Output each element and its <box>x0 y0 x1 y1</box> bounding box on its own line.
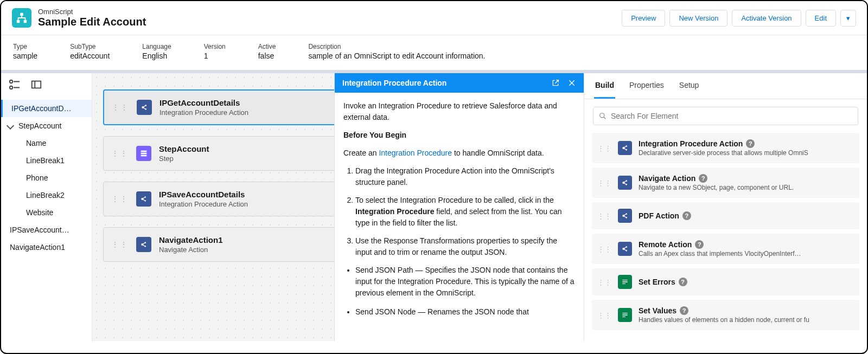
svg-point-42 <box>626 213 627 215</box>
tree-item[interactable]: IPGetAccountD… <box>1 100 92 117</box>
palette-item[interactable]: Navigate Action ? Navigate to a new SObj… <box>592 168 859 198</box>
drag-handle-icon[interactable] <box>111 149 129 158</box>
element-type-icon <box>618 209 632 223</box>
help-panel-title: Integration Procedure Action <box>342 79 544 87</box>
element-type-icon <box>618 176 632 190</box>
right-panel: Build Properties Setup Integration Proce… <box>584 73 867 341</box>
help-step: Drag the Integration Procedure Action in… <box>355 165 575 188</box>
tab-build[interactable]: Build <box>594 73 615 99</box>
drag-handle-icon[interactable] <box>597 278 611 286</box>
element-title: Set Values ? <box>639 306 853 315</box>
svg-line-13 <box>144 108 145 109</box>
svg-line-45 <box>624 216 626 217</box>
drag-handle-icon[interactable] <box>111 195 129 203</box>
integration-procedure-link[interactable]: Integration Procedure <box>379 149 452 157</box>
new-version-button[interactable]: New Version <box>669 10 727 27</box>
drag-handle-icon[interactable] <box>597 212 611 220</box>
svg-point-32 <box>626 145 627 147</box>
tab-setup[interactable]: Setup <box>678 73 700 99</box>
help-body: Invoke an Integration Procedure to retri… <box>335 93 584 333</box>
card-title: IPSaveAccountDetails <box>159 190 248 199</box>
svg-point-37 <box>626 180 627 182</box>
panel-view-icon[interactable] <box>30 79 42 92</box>
help-icon[interactable]: ? <box>746 139 755 148</box>
drag-handle-icon[interactable] <box>597 245 611 253</box>
svg-point-33 <box>626 149 627 151</box>
palette-item[interactable]: Set Errors ? <box>592 268 859 295</box>
palette-item[interactable]: PDF Action ? <box>592 202 859 229</box>
meta-description-label: Description <box>308 43 485 50</box>
tree-item[interactable]: Phone <box>1 169 92 186</box>
palette-item[interactable]: Remote Action ? Calls an Apex class that… <box>592 234 859 264</box>
tree-item[interactable]: NavigateAction1 <box>1 239 92 256</box>
close-icon[interactable] <box>567 79 576 87</box>
svg-rect-0 <box>20 13 23 16</box>
element-type-icon <box>618 308 632 322</box>
edit-button[interactable]: Edit <box>806 10 836 27</box>
svg-point-48 <box>626 250 627 252</box>
app-icon <box>12 8 31 28</box>
tree-item[interactable]: StepAccount <box>1 117 92 134</box>
svg-line-44 <box>624 214 626 215</box>
help-icon[interactable]: ? <box>679 278 687 286</box>
element-description: Handles values of elements on a hidden n… <box>639 316 853 324</box>
svg-line-34 <box>624 146 626 147</box>
svg-rect-7 <box>32 81 41 88</box>
search-icon <box>599 112 607 120</box>
tree-view-icon[interactable] <box>9 79 21 92</box>
activate-version-button[interactable]: Activate Version <box>732 10 801 27</box>
help-create-line: Create an Integration Procedure to handl… <box>343 147 575 159</box>
tree-item[interactable]: LineBreak2 <box>1 186 92 204</box>
drag-handle-icon[interactable] <box>597 179 611 187</box>
svg-line-40 <box>624 183 626 184</box>
svg-point-43 <box>626 217 627 218</box>
drag-handle-icon[interactable] <box>597 144 611 152</box>
page-title: Sample Edit Account <box>38 16 146 28</box>
svg-rect-15 <box>141 153 147 155</box>
drag-handle-icon[interactable] <box>112 103 129 112</box>
tree-item[interactable]: Name <box>1 134 92 152</box>
help-bullet: Send JSON Path — Specifies the JSON node… <box>355 265 575 299</box>
meta-active-value: false <box>258 52 276 60</box>
svg-line-25 <box>143 243 145 244</box>
popout-icon[interactable] <box>551 79 560 87</box>
search-input[interactable] <box>611 112 852 120</box>
drag-handle-icon[interactable] <box>111 240 129 249</box>
help-step: Use the Response Transformations propert… <box>355 235 575 258</box>
card-subtitle: Navigate Action <box>159 246 223 254</box>
help-panel: Integration Procedure Action Invoke an I… <box>334 73 584 341</box>
tab-properties[interactable]: Properties <box>628 73 665 99</box>
tree-item[interactable]: Website <box>1 204 92 221</box>
help-icon[interactable]: ? <box>680 306 688 315</box>
svg-line-49 <box>624 247 626 248</box>
header-bar: OmniScript Sample Edit Account Preview N… <box>1 1 867 35</box>
element-title: PDF Action ? <box>639 211 853 220</box>
svg-point-11 <box>145 108 146 110</box>
tree-item[interactable]: LineBreak1 <box>1 152 92 169</box>
element-type-icon <box>618 141 632 155</box>
svg-point-3 <box>10 80 13 83</box>
help-icon[interactable]: ? <box>699 174 707 183</box>
palette-item[interactable]: Integration Procedure Action ? Declarati… <box>592 133 859 163</box>
preview-button[interactable]: Preview <box>622 10 665 27</box>
drag-handle-icon[interactable] <box>597 311 611 319</box>
element-search[interactable] <box>593 107 858 125</box>
help-bullet: Send JSON Node — Renames the JSON node t… <box>355 306 575 318</box>
svg-point-23 <box>144 242 146 243</box>
canvas[interactable]: IPGetAccountDetails Integration Procedur… <box>92 73 584 341</box>
svg-line-39 <box>624 181 626 182</box>
svg-line-20 <box>143 197 145 198</box>
card-type-icon <box>136 237 151 252</box>
help-intro: Invoke an Integration Procedure to retri… <box>343 100 575 123</box>
card-title: StepAccount <box>159 144 209 153</box>
more-actions-dropdown[interactable]: ▾ <box>840 10 856 27</box>
help-icon[interactable]: ? <box>695 240 704 249</box>
svg-point-18 <box>144 196 146 198</box>
help-icon[interactable]: ? <box>682 211 691 220</box>
element-type-icon <box>618 275 632 289</box>
palette-item[interactable]: Set Values ? Handles values of elements … <box>592 300 859 330</box>
tree-item[interactable]: IPSaveAccount… <box>1 221 92 239</box>
card-type-icon <box>136 146 151 161</box>
help-step: To select the Integration Procedure to b… <box>355 195 575 229</box>
meta-language-label: Language <box>142 43 171 50</box>
